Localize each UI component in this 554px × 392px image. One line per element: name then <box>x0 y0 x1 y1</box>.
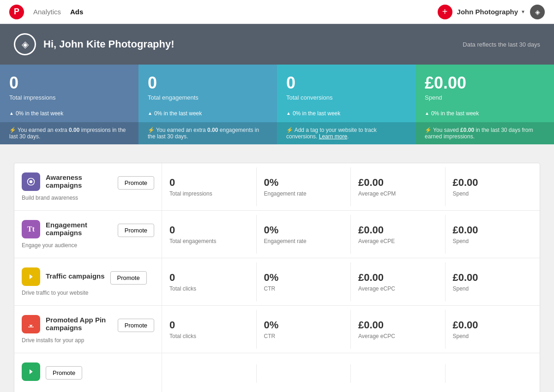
traffic-metric2-label: CTR <box>264 285 343 292</box>
svg-point-0 <box>30 180 33 183</box>
account-switcher[interactable]: John Photography ▼ <box>457 8 525 16</box>
awareness-metric2: 0% Engagement rate <box>257 167 351 206</box>
engagement-metric3-label: Average eCPE <box>358 238 438 244</box>
awareness-metric1: 0 Total impressions <box>162 167 257 206</box>
awareness-metric2-label: Engagement rate <box>264 190 343 197</box>
spend-value: £0.00 <box>425 74 545 92</box>
traffic-metric3: £0.00 Average eCPC <box>351 262 446 301</box>
awareness-name-group: Awareness campaigns <box>46 173 112 190</box>
impressions-change: ▲ 0% in the last week <box>9 110 129 117</box>
nav-analytics[interactable]: Analytics <box>33 6 61 18</box>
traffic-metric3-label: Average eCPC <box>358 285 438 292</box>
settings-button[interactable]: ◈ <box>530 5 545 19</box>
video-metric4 <box>446 364 540 383</box>
awareness-icon <box>22 172 40 191</box>
traffic-icon <box>22 267 40 286</box>
video-info-cell: Promote <box>14 353 162 392</box>
engagements-label: Total engagements <box>148 94 268 101</box>
impressions-value: 0 <box>9 74 129 92</box>
impressions-extra: 0.00 <box>69 127 79 133</box>
awareness-metric3: £0.00 Average eCPM <box>351 167 446 206</box>
engagement-metric4-label: Spend <box>453 238 533 244</box>
engagements-change: ▲ 0% in the last week <box>148 110 268 117</box>
video-metric1 <box>162 364 257 383</box>
video-metric2 <box>257 364 351 383</box>
stat-conversions: 0 Total conversions ▲ 0% in the last wee… <box>277 65 416 144</box>
up-arrow-icon: ▲ <box>286 111 291 116</box>
traffic-metric3-value: £0.00 <box>358 272 438 284</box>
table-row: Tt Engagement campaigns Promote Engage y… <box>14 211 540 258</box>
stat-engagements: 0 Total engagements ▲ 0% in the last wee… <box>138 65 277 144</box>
awareness-metric3-label: Average eCPM <box>358 190 438 197</box>
traffic-metric2: 0% CTR <box>257 262 351 301</box>
awareness-promote-button[interactable]: Promote <box>118 176 154 190</box>
up-arrow-icon: ▲ <box>9 111 14 116</box>
video-promote-button[interactable]: Promote <box>46 366 82 380</box>
app-metric1-label: Total clicks <box>169 333 249 339</box>
engagement-promote-button[interactable]: Promote <box>118 224 154 237</box>
table-row: Promoted App Pin campaigns Promote Drive… <box>14 306 540 353</box>
spend-label: Spend <box>425 94 545 101</box>
nav-ads[interactable]: Ads <box>70 6 83 18</box>
engagement-metric2-label: Engagement rate <box>264 238 343 244</box>
engagement-info-cell: Tt Engagement campaigns Promote Engage y… <box>14 211 162 258</box>
awareness-metric4-value: £0.00 <box>453 177 533 189</box>
awareness-metric1-value: 0 <box>169 177 249 189</box>
app-metric4-label: Spend <box>453 333 533 339</box>
app-metric2: 0% CTR <box>257 310 351 349</box>
app-metric1: 0 Total clicks <box>162 310 257 349</box>
nav-links: Analytics Ads <box>33 6 83 18</box>
engagement-metric4: £0.00 Spend <box>446 215 540 254</box>
pinterest-logo[interactable]: P <box>9 5 24 19</box>
engagement-top-row: Tt Engagement campaigns Promote <box>22 220 154 238</box>
app-desc: Drive installs for your app <box>22 337 154 344</box>
awareness-metric1-label: Total impressions <box>169 190 249 197</box>
engagement-metric2-value: 0% <box>264 224 343 236</box>
stat-impressions: 0 Total impressions ▲ 0% in the last wee… <box>0 65 138 144</box>
app-campaign-name: Promoted App Pin campaigns <box>46 316 112 332</box>
impressions-label: Total impressions <box>9 94 129 101</box>
app-promote-button[interactable]: Promote <box>118 319 154 332</box>
up-arrow-icon: ▲ <box>425 111 429 116</box>
awareness-metric4-label: Spend <box>453 190 533 197</box>
table-row: Promote <box>14 353 540 392</box>
greeting-title: Hi, John Kite Photography! <box>43 38 175 50</box>
app-name-group: Promoted App Pin campaigns <box>46 316 112 333</box>
engagement-campaign-name: Engagement campaigns <box>46 221 112 237</box>
conversions-change-value: 0% in the last week <box>293 110 340 117</box>
conversions-label: Total conversions <box>286 94 406 101</box>
traffic-promote-button[interactable]: Promote <box>110 271 147 285</box>
app-top-row: Promoted App Pin campaigns Promote <box>22 315 154 333</box>
spend-change-value: 0% in the last week <box>431 110 479 117</box>
spend-change: ▲ 0% in the last week <box>425 110 545 117</box>
engagements-extra: 0.00 <box>207 127 218 133</box>
header-left: ◈ Hi, John Kite Photography! <box>14 33 175 55</box>
engagement-desc: Engage your audience <box>22 242 154 249</box>
add-account-button[interactable]: + <box>438 5 452 19</box>
up-arrow-icon: ▲ <box>148 111 152 116</box>
awareness-desc: Build brand awareness <box>22 195 154 201</box>
engagement-metric1: 0 Total engagements <box>162 215 257 254</box>
app-metric3-label: Average eCPC <box>358 333 438 339</box>
awareness-campaign-name: Awareness campaigns <box>46 173 112 189</box>
spend-footer: ⚡ You saved £0.00 in the last 30 days fr… <box>416 122 554 144</box>
app-metric2-value: 0% <box>264 319 343 331</box>
traffic-name-group: Traffic campaigns <box>46 272 105 281</box>
conversions-change: ▲ 0% in the last week <box>286 110 406 117</box>
traffic-top-row: Traffic campaigns Promote <box>22 267 154 286</box>
traffic-metric2-value: 0% <box>264 272 343 284</box>
chevron-down-icon: ▼ <box>521 9 525 14</box>
engagements-footer: ⚡ You earned an extra 0.00 engagements i… <box>138 122 277 144</box>
learn-more-link[interactable]: Learn more <box>319 133 347 140</box>
traffic-metric4-label: Spend <box>453 285 533 292</box>
traffic-metric4: £0.00 Spend <box>446 262 540 301</box>
traffic-desc: Drive traffic to your website <box>22 290 154 296</box>
awareness-info-cell: Awareness campaigns Promote Build brand … <box>14 163 162 210</box>
table-row: Traffic campaigns Promote Drive traffic … <box>14 258 540 306</box>
app-metric4-value: £0.00 <box>453 319 533 331</box>
app-metric3: £0.00 Average eCPC <box>351 310 446 349</box>
data-timeframe: Data reflects the last 30 days <box>463 41 540 48</box>
spend-saved: £0.00 <box>460 127 474 133</box>
stat-spend: £0.00 Spend ▲ 0% in the last week ⚡ You … <box>416 65 554 144</box>
engagements-change-value: 0% in the last week <box>154 110 202 117</box>
